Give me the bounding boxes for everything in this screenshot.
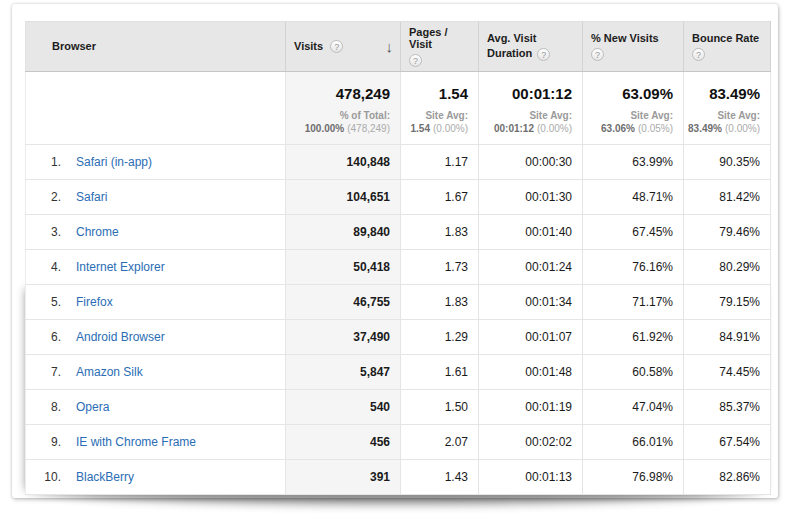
bounce-value: 74.45% bbox=[684, 354, 771, 389]
browser-cell: 1.Safari (in-app) bbox=[26, 144, 286, 179]
pages-value: 1.29 bbox=[401, 319, 479, 354]
column-header-pages-visit[interactable]: Pages / Visit ? bbox=[401, 22, 479, 72]
bounce-site-avg: Site Avg: 83.49%(0.00%) bbox=[684, 109, 760, 135]
total-visits: 478,249 bbox=[286, 85, 390, 103]
help-icon[interactable]: ? bbox=[692, 48, 705, 61]
browser-link[interactable]: Internet Explorer bbox=[76, 260, 165, 274]
visits-value: 456 bbox=[286, 424, 401, 459]
column-header-browser[interactable]: Browser bbox=[26, 22, 286, 72]
duration-value: 00:01:40 bbox=[479, 214, 583, 249]
browser-link[interactable]: Android Browser bbox=[76, 330, 165, 344]
bounce-value: 90.35% bbox=[684, 144, 771, 179]
bounce-value: 82.86% bbox=[684, 459, 771, 494]
table-row: 10.BlackBerry 391 1.43 00:01:13 76.98% 8… bbox=[26, 459, 771, 494]
new-visits-value: 67.45% bbox=[583, 214, 684, 249]
browser-cell: 9.IE with Chrome Frame bbox=[26, 424, 286, 459]
help-icon[interactable]: ? bbox=[409, 54, 422, 67]
new-visits-site-avg: Site Avg: 63.06%(0.05%) bbox=[583, 109, 673, 135]
header-row: Browser Visits? ↓ Pages / Visit ? Avg. V… bbox=[26, 22, 771, 72]
browser-link[interactable]: BlackBerry bbox=[76, 470, 134, 484]
bounce-value: 67.54% bbox=[684, 424, 771, 459]
column-label-pages-visit: Pages / Visit bbox=[409, 26, 448, 50]
duration-value: 00:01:30 bbox=[479, 179, 583, 214]
bounce-value: 84.91% bbox=[684, 319, 771, 354]
column-header-new-visits[interactable]: % New Visits ? bbox=[583, 22, 684, 72]
summary-duration-cell: 00:01:12 Site Avg: 00:01:12(0.00%) bbox=[479, 71, 583, 144]
row-rank: 9. bbox=[26, 435, 61, 449]
summary-browser-cell bbox=[26, 71, 286, 144]
pages-value: 1.50 bbox=[401, 389, 479, 424]
column-header-bounce-rate[interactable]: Bounce Rate ? bbox=[684, 22, 771, 72]
column-label-visits: Visits bbox=[294, 40, 323, 52]
table-row: 6.Android Browser 37,490 1.29 00:01:07 6… bbox=[26, 319, 771, 354]
row-rank: 6. bbox=[26, 330, 61, 344]
visits-value: 391 bbox=[286, 459, 401, 494]
help-icon[interactable]: ? bbox=[591, 48, 604, 61]
summary-row: 478,249 % of Total: 100.00%(478,249) 1.5… bbox=[26, 71, 771, 144]
table-row: 4.Internet Explorer 50,418 1.73 00:01:24… bbox=[26, 249, 771, 284]
pages-value: 1.83 bbox=[401, 284, 479, 319]
table-row: 1.Safari (in-app) 140,848 1.17 00:00:30 … bbox=[26, 144, 771, 179]
row-rank: 2. bbox=[26, 190, 61, 204]
column-label-new-visits: % New Visits bbox=[591, 32, 659, 44]
browser-link[interactable]: Amazon Silk bbox=[76, 365, 143, 379]
new-visits-value: 76.98% bbox=[583, 459, 684, 494]
bounce-value: 79.15% bbox=[684, 284, 771, 319]
visits-value: 89,840 bbox=[286, 214, 401, 249]
browser-cell: 5.Firefox bbox=[26, 284, 286, 319]
row-rank: 4. bbox=[26, 260, 61, 274]
column-header-visits[interactable]: Visits? ↓ bbox=[286, 22, 401, 72]
row-rank: 8. bbox=[26, 400, 61, 414]
browser-cell: 2.Safari bbox=[26, 179, 286, 214]
bounce-value: 81.42% bbox=[684, 179, 771, 214]
visits-pct-of-total: % of Total: 100.00%(478,249) bbox=[286, 109, 390, 135]
help-icon[interactable]: ? bbox=[330, 40, 343, 53]
visits-value: 37,490 bbox=[286, 319, 401, 354]
table-row: 9.IE with Chrome Frame 456 2.07 00:02:02… bbox=[26, 424, 771, 459]
table-row: 8.Opera 540 1.50 00:01:19 47.04% 85.37% bbox=[26, 389, 771, 424]
pages-value: 1.17 bbox=[401, 144, 479, 179]
visits-value: 46,755 bbox=[286, 284, 401, 319]
pct-new-visits: 63.09% bbox=[583, 85, 673, 103]
new-visits-value: 47.04% bbox=[583, 389, 684, 424]
screenshot-card: Browser Visits? ↓ Pages / Visit ? Avg. V… bbox=[12, 4, 778, 498]
duration-value: 00:01:07 bbox=[479, 319, 583, 354]
row-rank: 5. bbox=[26, 295, 61, 309]
duration-value: 00:01:34 bbox=[479, 284, 583, 319]
browser-link[interactable]: Chrome bbox=[76, 225, 119, 239]
column-label-bounce-rate: Bounce Rate bbox=[692, 32, 759, 44]
pages-site-avg: Site Avg: 1.54(0.00%) bbox=[401, 109, 468, 135]
row-rank: 1. bbox=[26, 155, 61, 169]
duration-value: 00:01:48 bbox=[479, 354, 583, 389]
visits-value: 540 bbox=[286, 389, 401, 424]
browser-link[interactable]: Safari (in-app) bbox=[76, 155, 152, 169]
help-icon[interactable]: ? bbox=[537, 48, 550, 61]
summary-pages-cell: 1.54 Site Avg: 1.54(0.00%) bbox=[401, 71, 479, 144]
visits-value: 50,418 bbox=[286, 249, 401, 284]
column-label-duration: Duration bbox=[487, 47, 532, 59]
table-row: 5.Firefox 46,755 1.83 00:01:34 71.17% 79… bbox=[26, 284, 771, 319]
bounce-value: 85.37% bbox=[684, 389, 771, 424]
column-header-avg-visit-duration[interactable]: Avg. Visit Duration? bbox=[479, 22, 583, 72]
duration-value: 00:01:19 bbox=[479, 389, 583, 424]
pages-value: 1.67 bbox=[401, 179, 479, 214]
browser-link[interactable]: Opera bbox=[76, 400, 109, 414]
browser-cell: 4.Internet Explorer bbox=[26, 249, 286, 284]
sort-descending-icon: ↓ bbox=[386, 38, 394, 55]
visits-value: 140,848 bbox=[286, 144, 401, 179]
browser-link[interactable]: Firefox bbox=[76, 295, 113, 309]
browser-cell: 7.Amazon Silk bbox=[26, 354, 286, 389]
pages-value: 1.83 bbox=[401, 214, 479, 249]
avg-pages-visit: 1.54 bbox=[401, 85, 468, 103]
browser-cell: 8.Opera bbox=[26, 389, 286, 424]
duration-site-avg: Site Avg: 00:01:12(0.00%) bbox=[479, 109, 572, 135]
browser-link[interactable]: IE with Chrome Frame bbox=[76, 435, 196, 449]
table-row: 3.Chrome 89,840 1.83 00:01:40 67.45% 79.… bbox=[26, 214, 771, 249]
browser-link[interactable]: Safari bbox=[76, 190, 107, 204]
new-visits-value: 60.58% bbox=[583, 354, 684, 389]
browser-cell: 3.Chrome bbox=[26, 214, 286, 249]
column-label-avg-visit: Avg. Visit bbox=[487, 32, 537, 44]
table-row: 2.Safari 104,651 1.67 00:01:30 48.71% 81… bbox=[26, 179, 771, 214]
summary-bounce-cell: 83.49% Site Avg: 83.49%(0.00%) bbox=[684, 71, 771, 144]
browser-cell: 6.Android Browser bbox=[26, 319, 286, 354]
